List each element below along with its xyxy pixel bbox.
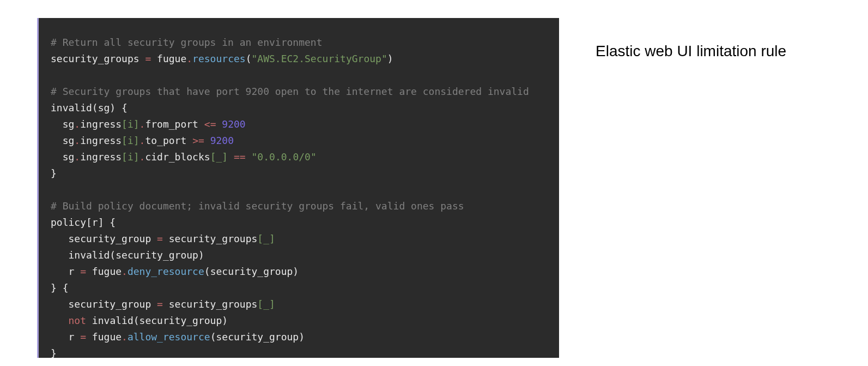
code-token: cidr_blocks: [145, 151, 210, 163]
code-token: (security_group): [210, 331, 305, 343]
code-token: r: [51, 331, 80, 343]
code-token: [i]: [122, 151, 139, 163]
code-token: 9200: [216, 118, 245, 130]
code-token: ingress: [80, 135, 122, 146]
code-token: .: [74, 151, 80, 163]
code-token: invalid(security_group): [51, 249, 204, 261]
code-token: .: [186, 53, 192, 64]
code-token: .: [122, 266, 128, 277]
code-token: sg: [51, 151, 74, 163]
code-token: =: [157, 298, 163, 310]
slide: # Return all security groups in an envir…: [0, 0, 868, 366]
code-token: } {: [51, 282, 69, 293]
code-token: ingress: [80, 151, 122, 163]
code-token: .: [139, 118, 145, 130]
code-token: fugue: [86, 331, 122, 343]
code-token: [51, 315, 69, 326]
code-token: invalid(sg) {: [51, 102, 128, 113]
code-token: .: [139, 151, 145, 163]
code-token: [_]: [210, 151, 228, 163]
code-token: allow_resource: [128, 331, 210, 343]
code-token: "0.0.0.0/0": [252, 151, 317, 163]
code-token: =: [145, 53, 151, 64]
code-token: deny_resource: [128, 266, 204, 277]
code-token: (: [246, 53, 252, 64]
code-token: =: [157, 233, 163, 244]
code-token: .: [122, 331, 128, 343]
code-token: ==: [234, 151, 246, 163]
code-token: sg: [51, 135, 74, 146]
code-token: <=: [204, 118, 216, 130]
code-token: security_groups: [163, 298, 257, 310]
code-token: resources: [192, 53, 246, 64]
code-token: fugue: [86, 266, 122, 277]
code-comment: # Build policy document; invalid securit…: [51, 200, 464, 212]
code-token: 9200: [204, 135, 234, 146]
code-token: not: [69, 315, 87, 326]
code-token: .: [74, 135, 80, 146]
code-token: from_port: [145, 118, 204, 130]
code-token: =: [80, 266, 86, 277]
code-token: [i]: [122, 135, 139, 146]
code-comment: # Return all security groups in an envir…: [51, 37, 323, 48]
code-token: invalid(security_group): [86, 315, 228, 326]
code-token: >=: [192, 135, 204, 146]
code-token: ): [387, 53, 393, 64]
code-token: security_groups: [163, 233, 257, 244]
code-token: [i]: [122, 118, 139, 130]
code-token: security_group: [51, 298, 157, 310]
code-token: .: [139, 135, 145, 146]
code-token: fugue: [151, 53, 186, 64]
code-block: # Return all security groups in an envir…: [37, 18, 559, 358]
code-token: ingress: [80, 118, 122, 130]
code-token: policy[r] {: [51, 217, 116, 228]
code-token: sg: [51, 118, 74, 130]
caption-text: Elastic web UI limitation rule: [596, 43, 786, 60]
code-token: [228, 151, 234, 163]
code-token: }: [51, 167, 57, 179]
code-token: r: [51, 266, 80, 277]
code-token: to_port: [145, 135, 192, 146]
code-token: security_groups: [51, 53, 145, 64]
code-token: [246, 151, 252, 163]
code-token: (security_group): [204, 266, 299, 277]
code-token: [_]: [257, 233, 275, 244]
code-content: # Return all security groups in an envir…: [39, 18, 559, 366]
code-token: .: [74, 118, 80, 130]
code-token: [_]: [257, 298, 275, 310]
code-token: =: [80, 331, 86, 343]
code-token: security_group: [51, 233, 157, 244]
code-token: "AWS.EC2.SecurityGroup": [252, 53, 387, 64]
code-token: }: [51, 347, 57, 359]
code-comment: # Security groups that have port 9200 op…: [51, 86, 529, 97]
